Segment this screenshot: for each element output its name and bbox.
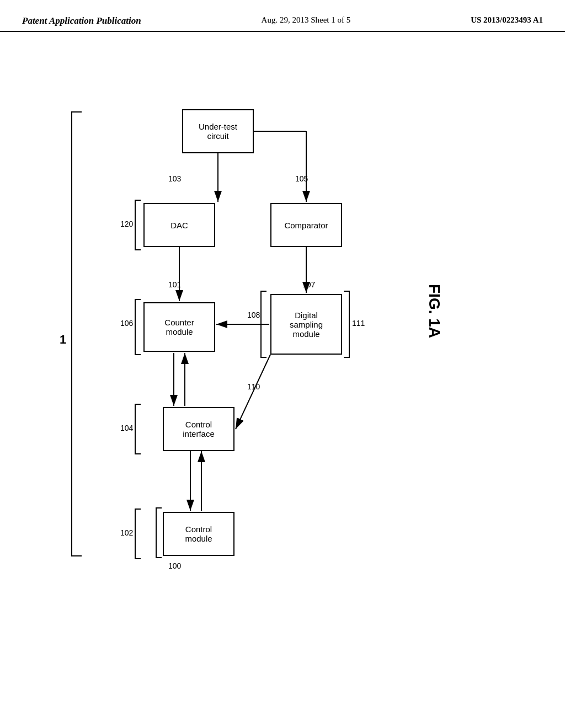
ref-102: 102	[120, 528, 133, 537]
ref-104: 104	[120, 424, 133, 432]
svg-line-10	[236, 355, 270, 429]
header-center: Aug. 29, 2013 Sheet 1 of 5	[262, 15, 351, 25]
control-interface-box: Controlinterface	[163, 407, 234, 451]
ref-120: 120	[120, 220, 133, 228]
ref-101: 101	[168, 280, 181, 289]
figure-label: FIG. 1A	[425, 284, 443, 338]
ref-100: 100	[168, 561, 181, 570]
comparator-box: Comparator	[270, 203, 342, 247]
main-diagram-label: 1	[60, 333, 66, 347]
ref-103: 103	[168, 174, 181, 183]
ref-108: 108	[247, 311, 260, 319]
control-module-box: Controlmodule	[163, 512, 234, 556]
ref-110: 110	[247, 382, 260, 391]
ref-105: 105	[295, 174, 308, 183]
diagram-area: Under-testcircuit DAC Comparator Counter…	[0, 32, 565, 716]
header-right: US 2013/0223493 A1	[471, 15, 543, 25]
ref-111: 111	[352, 319, 365, 328]
counter-module-box: Countermodule	[143, 302, 215, 352]
dac-box: DAC	[143, 203, 215, 247]
under-test-circuit-box: Under-testcircuit	[182, 109, 254, 153]
ref-107: 107	[302, 280, 315, 289]
header-left: Patent Application Publication	[22, 15, 141, 26]
ref-106: 106	[120, 319, 133, 328]
digital-sampling-module-box: Digitalsamplingmodule	[270, 294, 342, 355]
diagram-svg	[0, 32, 565, 716]
page-header: Patent Application Publication Aug. 29, …	[0, 0, 565, 32]
